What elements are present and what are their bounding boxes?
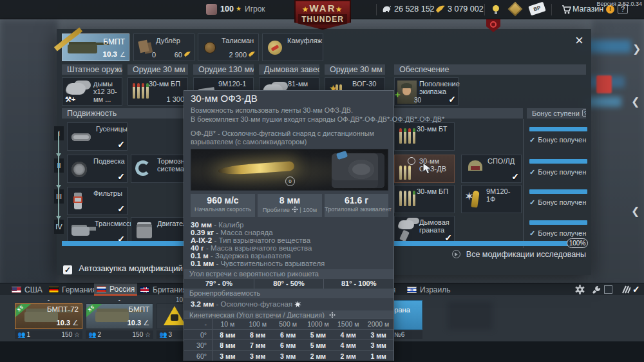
- nation-tab-usa[interactable]: США: [9, 283, 45, 296]
- bg-chevron-left: ❮: [631, 95, 639, 108]
- britain-flag-icon: [140, 287, 149, 293]
- crew-bar-2[interactable]: 👥2 150 ☆: [86, 330, 153, 339]
- cart-icon[interactable]: [562, 5, 571, 14]
- germany-flag-icon: [49, 287, 59, 293]
- ricochet-values: 79° - 0% 80° - 50% 81° - 100%: [184, 279, 393, 289]
- check-icon[interactable]: ✓: [632, 284, 640, 294]
- mod-tracks[interactable]: Гусеницы ✓: [67, 122, 128, 151]
- prop-fuze-sensitivity: 0.1 мм - Чувствительность взрывателя: [191, 260, 325, 267]
- hangar-left-blur: [0, 19, 58, 290]
- mouse-cursor: [422, 162, 431, 175]
- tooltip-title: 30-мм ОФЗ-ДВ: [191, 93, 258, 104]
- player-avatar[interactable]: [206, 4, 217, 15]
- mod-brakes[interactable]: Тормозная система: [131, 155, 191, 183]
- prop-explosive-mass: 40 г - Масса взрывчатого вещества: [191, 244, 312, 252]
- autobuy-checkbox[interactable]: ✓ Автозакупка модификаций: [63, 263, 183, 274]
- gold-missile-icon: [471, 190, 480, 207]
- br-angle-icon: ∠: [120, 51, 126, 58]
- slot-rank: -: [15, 296, 82, 303]
- check-icon: ✓: [511, 171, 519, 182]
- mod-30mm-bt[interactable]: 30-мм БТ: [394, 122, 455, 151]
- doubler-label: Дублёр: [156, 37, 180, 44]
- mod-9m120-1f[interactable]: ✶ 9М120-1Ф: [461, 185, 522, 213]
- column-header: Орудие 130 мм: [193, 64, 254, 75]
- worker-silhouette: [171, 314, 178, 321]
- penetration-icon: [329, 312, 336, 318]
- battle-pass-ticket-icon[interactable]: BP: [528, 2, 545, 16]
- checkbox-checked-icon: ✓: [63, 265, 72, 274]
- mod-crew-replenishment[interactable]: + 30 Пополнение экипажа ✓: [394, 77, 459, 106]
- tier-connector-line: [58, 132, 59, 225]
- crew-bar-1[interactable]: 👥1 150 ☆: [15, 330, 82, 339]
- check-icon: ✓: [448, 94, 456, 104]
- crew-icon: 👥: [17, 331, 25, 338]
- shell-tracer: [218, 161, 295, 176]
- nation-tab-russia[interactable]: Россия: [94, 283, 137, 296]
- bg-red-badge-blur: [596, 75, 612, 93]
- column-header: Орудие 30 мм: [325, 64, 385, 75]
- doubler-card[interactable]: Дублёр 0 60: [133, 33, 194, 61]
- doubler-price: 60: [175, 51, 182, 59]
- wrench-plus-icon: ⚒+: [65, 95, 75, 104]
- column-header: Штатное оружие: [62, 64, 122, 75]
- tooltip-desc: В боекомплект 30-мм пушки входят снаряды…: [191, 115, 444, 123]
- filter-highlight: [73, 196, 82, 203]
- autobuy-label: Автозакупка модификаций: [79, 263, 182, 273]
- decal-diamond-icon[interactable]: [508, 2, 523, 17]
- mod-30mm-bp[interactable]: 30-мм БП: [394, 185, 455, 213]
- golden-eagles-value: 3 079 002: [448, 5, 484, 14]
- camouflage-card[interactable]: Камуфляж: [262, 33, 323, 61]
- nation-tab-britain[interactable]: Британия: [137, 283, 189, 296]
- talisman-card[interactable]: Талисман 2 900: [198, 33, 259, 61]
- mod-smoke-grenade[interactable]: Дымовая граната ✓: [394, 216, 455, 244]
- close-button[interactable]: ×: [575, 34, 583, 47]
- bonus-progress-bar: [529, 220, 587, 225]
- wrench-icon[interactable]: [592, 285, 601, 294]
- grenade-icon: [399, 230, 410, 242]
- table-header-row: -10 м100 м500 м1000 м1500 м2000 м: [184, 318, 393, 329]
- nation-tab-germany[interactable]: Германия: [46, 283, 99, 296]
- penetration-icon: [292, 206, 298, 213]
- vehicle-slot-bmpt[interactable]: X5 БМПТ 10.3 ∠: [86, 303, 153, 329]
- player-name[interactable]: Игрок: [245, 5, 265, 14]
- crew-price: 30: [414, 97, 421, 104]
- mod-smokes[interactable]: дымы x12 30-мм ... ⚒+: [62, 77, 122, 106]
- mod-30mm-bp-stock[interactable]: 30-мм БП 1 300: [128, 77, 188, 106]
- penetration-table: -10 м100 м500 м1000 м1500 м2000 м 0°8 мм…: [184, 318, 393, 361]
- check-icon: ✓: [117, 139, 125, 149]
- mod-filters[interactable]: Фильтры ✓: [67, 187, 128, 215]
- br-angle-icon: ∠: [72, 319, 79, 327]
- br-angle-icon: ∠: [143, 319, 149, 327]
- help-icon[interactable]: ?: [582, 110, 586, 117]
- vehicle-card-bmpt[interactable]: БМПТ 10.3 ∠: [62, 33, 129, 61]
- bonus-received-label: ✓Бонус получен: [529, 229, 586, 238]
- smoke-icon: [399, 220, 414, 229]
- stat-muzzle-velocity: 960 м/с Начальная скорость: [191, 194, 255, 217]
- vehicle-br: 10.3: [103, 50, 117, 58]
- timer-fuze-icon: [408, 157, 415, 165]
- all-researched-label: Все модификации исследованы: [452, 250, 586, 259]
- crew-icon: 👥: [88, 331, 96, 338]
- shell-image: 0: [191, 149, 388, 191]
- ammo-belt-icon: [399, 166, 411, 180]
- mod-suspension[interactable]: Подвеска ✓: [67, 155, 128, 183]
- column-header: Орудие 30 мм: [128, 64, 188, 75]
- mod-spo-ld[interactable]: СПО/ЛД ✓: [461, 155, 522, 183]
- bonus-divider: [523, 119, 524, 248]
- tier-arrow-icon: [56, 216, 61, 220]
- vehicle-slot-bmpt72[interactable]: X5 БМПТ-72 10.3 ∠: [15, 303, 82, 329]
- wrench-checkbox[interactable]: [604, 285, 612, 294]
- triple-slash-icon[interactable]: [620, 285, 630, 294]
- empty-slot-blur: [448, 301, 493, 330]
- gear-icon[interactable]: [575, 285, 585, 294]
- spo-sensor-icon: [468, 160, 482, 171]
- bonus-progress-bar: [529, 159, 587, 164]
- lightbulb-icon[interactable]: [492, 5, 500, 15]
- russia-flag-icon: [97, 286, 106, 292]
- doubler-icon: [138, 40, 149, 53]
- nation-tab-israel[interactable]: ✡ Израиль: [404, 283, 453, 296]
- ricochet-header: Угол встречи с вероятностью рикошета: [184, 269, 393, 279]
- armor-penetration-line: 3.2 мм - Осколочно-фугасная: [191, 300, 301, 308]
- ammo-belt-icon: [399, 191, 415, 206]
- research-progress-value: 100%: [567, 238, 588, 248]
